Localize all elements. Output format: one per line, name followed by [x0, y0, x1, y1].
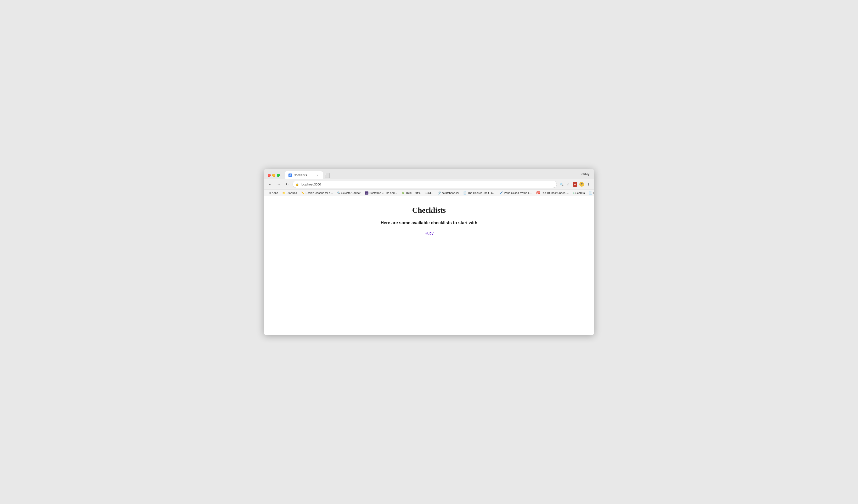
- profile-icon: T: [579, 182, 584, 187]
- more-button[interactable]: ⋮: [586, 181, 591, 187]
- bookmark-scratchpad[interactable]: 🔗 scratchpad.io/: [436, 191, 461, 195]
- lock-icon: 🔒: [296, 183, 299, 186]
- page-title: Checklists: [269, 206, 589, 215]
- pens-bookmark-label: Pens picked by the E...: [504, 192, 532, 194]
- hacker-bookmark-icon: 📄: [463, 192, 466, 195]
- pens-bookmark-icon: 🖊️: [499, 192, 503, 195]
- 10most-bookmark-label: The 10 Most Underu...: [541, 192, 569, 194]
- selector-bookmark-label: SelectorGadget: [341, 192, 361, 194]
- bookmark-think[interactable]: ✳️ Think Traffic — Build...: [399, 191, 435, 195]
- bookmark-startups[interactable]: 📁 Startups: [280, 191, 299, 195]
- profile-button[interactable]: T: [579, 181, 585, 187]
- secrets-bookmark-label: Secrets: [575, 192, 585, 194]
- bookmark-design[interactable]: ✏️ Design lessons for e...: [299, 191, 335, 195]
- repeat-bookmark-label: Repeat!: [593, 192, 594, 194]
- bookmark-star-button[interactable]: ☆: [566, 181, 571, 187]
- star-icon: ☆: [567, 183, 570, 186]
- apps-bookmark-label: Apps: [272, 192, 278, 194]
- search-button[interactable]: 🔍: [559, 181, 565, 187]
- bookmark-10most[interactable]: 10 The 10 Most Underu...: [535, 191, 571, 195]
- apps-bookmark-icon: ⊞: [269, 192, 271, 195]
- reload-icon: ↻: [286, 182, 289, 186]
- tab-close-button[interactable]: ×: [315, 173, 319, 177]
- bookmark-apps[interactable]: ⊞ Apps: [267, 191, 280, 195]
- user-name: Bradley: [579, 173, 590, 178]
- tab-bar: C Checklists × ⬜: [285, 172, 577, 179]
- back-button[interactable]: ←: [267, 181, 273, 188]
- forward-button[interactable]: →: [275, 181, 282, 188]
- bootstrap-bookmark-label: Bootstrap 3 Tips and...: [369, 192, 397, 194]
- puzzle-icon: A: [573, 182, 577, 187]
- new-tab-icon: ⬜: [324, 173, 330, 178]
- startups-bookmark-label: Startups: [287, 192, 297, 194]
- startups-bookmark-icon: 📁: [282, 192, 286, 195]
- address-bar-input[interactable]: [301, 183, 554, 186]
- nav-bar: ← → ↻ 🔒 🔍 ☆ A T ⋮: [264, 179, 594, 189]
- extensions-button[interactable]: A: [572, 181, 578, 187]
- scratchpad-bookmark-label: scratchpad.io/: [442, 192, 459, 194]
- selector-bookmark-icon: 🔍: [337, 192, 340, 195]
- close-traffic-light[interactable]: [268, 174, 271, 177]
- active-tab[interactable]: C Checklists ×: [285, 172, 323, 179]
- page-content: Checklists Here are some available check…: [264, 196, 594, 335]
- design-bookmark-label: Design lessons for e...: [305, 192, 333, 194]
- bookmark-repeat[interactable]: 📄 Repeat!: [587, 191, 594, 195]
- back-icon: ←: [268, 182, 272, 186]
- tab-favicon: C: [288, 174, 292, 177]
- bookmarks-bar: ⊞ Apps 📁 Startups ✏️ Design lessons for …: [264, 189, 594, 196]
- reload-button[interactable]: ↻: [284, 181, 291, 188]
- 10most-bookmark-icon: 10: [537, 192, 540, 194]
- bookmark-selector[interactable]: 🔍 SelectorGadget: [335, 191, 363, 195]
- hacker-bookmark-label: The Hacker Shelf | C...: [467, 192, 495, 194]
- nav-actions: 🔍 ☆ A T ⋮: [559, 181, 591, 187]
- tab-title: Checklists: [294, 174, 313, 177]
- bootstrap-bookmark-icon: B: [365, 192, 368, 195]
- ruby-link[interactable]: Ruby: [425, 231, 433, 235]
- new-tab-button[interactable]: ⬜: [324, 172, 331, 179]
- forward-icon: →: [277, 182, 280, 186]
- bookmark-hacker[interactable]: 📄 The Hacker Shelf | C...: [461, 191, 497, 195]
- design-bookmark-icon: ✏️: [301, 192, 304, 195]
- traffic-lights: [268, 174, 280, 177]
- more-icon: ⋮: [587, 183, 590, 186]
- maximize-traffic-light[interactable]: [277, 174, 280, 177]
- bookmark-bootstrap[interactable]: B Bootstrap 3 Tips and...: [363, 191, 399, 195]
- think-bookmark-icon: ✳️: [401, 192, 404, 195]
- minimize-traffic-light[interactable]: [272, 174, 275, 177]
- page-subtitle: Here are some available checklists to st…: [269, 221, 589, 225]
- secrets-bookmark-icon: $: [573, 192, 574, 194]
- scratchpad-bookmark-icon: 🔗: [438, 192, 441, 195]
- browser-window: C Checklists × ⬜ Bradley ← → ↻ 🔒: [264, 169, 594, 335]
- think-bookmark-label: Think Traffic — Build...: [406, 192, 433, 194]
- title-bar: C Checklists × ⬜ Bradley: [264, 169, 594, 179]
- address-bar-container[interactable]: 🔒: [292, 181, 557, 188]
- repeat-bookmark-icon: 📄: [589, 192, 592, 195]
- search-icon: 🔍: [560, 183, 563, 186]
- bookmark-secrets[interactable]: $ Secrets: [571, 191, 587, 195]
- bookmark-pens[interactable]: 🖊️ Pens picked by the E...: [498, 191, 534, 195]
